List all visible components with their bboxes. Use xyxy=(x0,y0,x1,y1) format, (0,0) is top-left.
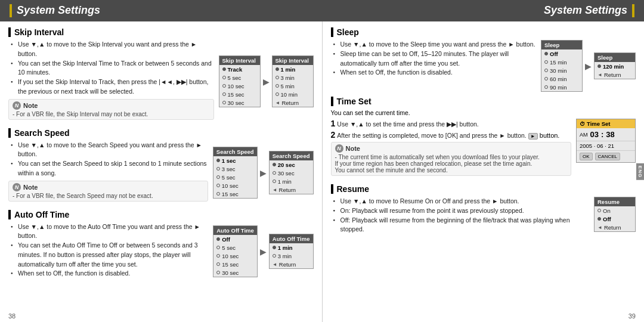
search-speed-note: NNote - For a VBR file, the Search Speed… xyxy=(8,181,208,202)
search-speed-title: Search Speed xyxy=(8,128,314,138)
main-content: Skip Interval Use ▼,▲ to move to the Ski… xyxy=(0,21,644,322)
auto-off-bullet-1: Use ▼,▲ to move to the Auto Off Time you… xyxy=(11,222,208,242)
sleep-bullet-3: When set to Off, the function is disable… xyxy=(333,68,537,78)
sleep-bullet-1: Use ▼,▲ to move to the Sleep time you wa… xyxy=(333,40,537,49)
time-set-box: Time Set AM 03 : 38 2005 · 06 · 21 OK CA… xyxy=(576,119,636,179)
skip-interval-bullet-1: Use ▼,▲ to move to the Skip Interval you… xyxy=(11,40,214,59)
skip-interval-note: NNote - For a VBR file, the Skip Interva… xyxy=(8,99,214,120)
sleep-bullets: Use ▼,▲ to move to the Sleep time you wa… xyxy=(331,40,537,78)
search-speed-bullet-2: You can set the Search Speed to skip 1 s… xyxy=(11,159,208,178)
search-speed-arrow: ▶ xyxy=(260,168,267,178)
time-set-step2: 2 After the setting is completed, move t… xyxy=(331,130,572,140)
resume-bullet-2: On: Playback will resume from the point … xyxy=(333,206,590,216)
skip-interval-title: Skip Interval xyxy=(8,27,314,37)
time-set-title: Time Set xyxy=(331,97,636,106)
skip-interval-menu2: Skip Interval 1 min 3 min 5 min 10 min ◄… xyxy=(272,55,314,107)
skip-interval-bullet-2: You can set the Skip Interval Time to Tr… xyxy=(11,59,214,78)
resume-bullet-3: Off: Playback will resume from the begin… xyxy=(333,216,590,235)
sleep-menu1: Sleep Off 15 min 30 min 60 min 90 min xyxy=(541,40,583,92)
skip-interval-menu1: Skip Interval Track 5 sec 10 sec 15 sec … xyxy=(219,55,261,107)
skip-interval-bullets: Use ▼,▲ to move to the Skip Interval you… xyxy=(8,40,214,97)
sleep-menu2: Sleep 120 min ◄Return xyxy=(594,52,636,79)
left-header-title: System Settings xyxy=(10,4,100,17)
sleep-bullet-2: Sleep time can be set to Off, 15–120 min… xyxy=(333,49,537,69)
right-header-title: System Settings xyxy=(544,4,634,17)
header: System Settings System Settings xyxy=(0,0,644,21)
right-panel: Sleep Use ▼,▲ to move to the Sleep time … xyxy=(323,21,645,322)
auto-off-time-title: Auto Off Time xyxy=(8,210,314,219)
auto-off-menu1: Auto Off Time Off 5 sec 10 sec 15 sec 30… xyxy=(213,225,258,277)
skip-interval-bullet-3: If you set the Skip Interval to Track, t… xyxy=(11,78,214,97)
search-speed-bullet-1: Use ▼,▲ to move to the Search Speed you … xyxy=(11,141,208,160)
auto-off-menu2: Auto Off Time 1 min 3 min ◄Return xyxy=(269,234,314,269)
eng-badge: ENG xyxy=(636,163,644,180)
left-panel: Skip Interval Use ▼,▲ to move to the Ski… xyxy=(0,21,323,322)
sleep-title: Sleep xyxy=(331,27,636,37)
time-set-step1: 1 Use ▼,▲ to set the time and press the … xyxy=(331,119,572,128)
search-speed-bullets: Use ▼,▲ to move to the Search Speed you … xyxy=(8,141,208,178)
resume-bullet-1: Use ▼,▲ to move to Resume On or Off and … xyxy=(333,197,590,206)
auto-off-bullet-2: You can set the Auto Off Time to Off or … xyxy=(11,241,208,269)
resume-title: Resume xyxy=(331,184,636,194)
search-speed-menu1: Search Speed 1 sec 3 sec 5 sec 10 sec 15… xyxy=(213,147,258,199)
search-speed-menu2: Search Speed 20 sec 30 sec 1 min ◄Return xyxy=(269,151,314,194)
auto-off-bullets: Use ▼,▲ to move to the Auto Off Time you… xyxy=(8,222,208,279)
time-set-note: NNote - The current time is automaticall… xyxy=(331,142,572,176)
auto-off-bullet-3: When set to Off, the function is disable… xyxy=(11,269,208,278)
auto-off-arrow: ▶ xyxy=(260,247,267,256)
cancel-button[interactable]: CANCEL xyxy=(595,153,620,160)
page-number-right: 39 xyxy=(628,312,636,320)
time-set-intro: You can set the current time. xyxy=(331,109,636,116)
skip-interval-arrow: ▶ xyxy=(263,77,270,86)
resume-bullets: Use ▼,▲ to move to Resume On or Off and … xyxy=(331,197,590,234)
resume-menu: Resume On Off ◄Return xyxy=(594,197,636,237)
press-button: ► xyxy=(528,133,538,140)
page-number-left: 38 xyxy=(8,312,16,320)
sleep-arrow: ▶ xyxy=(585,61,592,71)
ok-button[interactable]: OK xyxy=(580,153,593,160)
